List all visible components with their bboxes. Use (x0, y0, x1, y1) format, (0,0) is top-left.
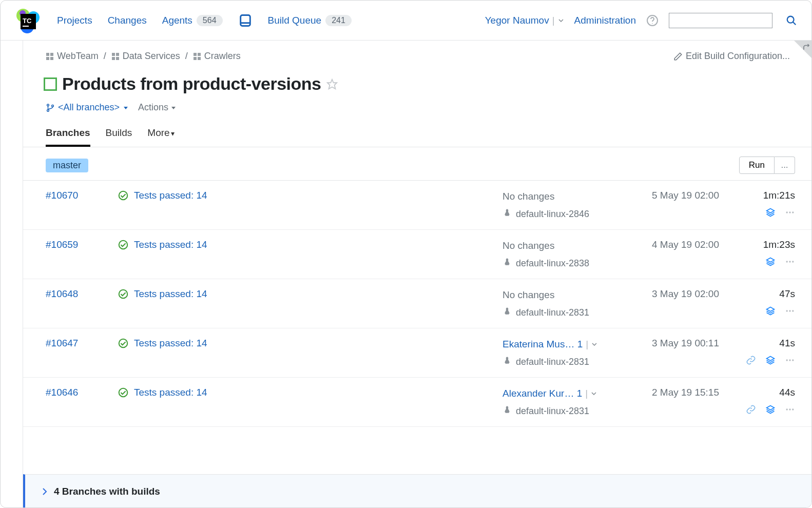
svg-rect-18 (116, 53, 119, 56)
svg-rect-20 (116, 57, 119, 60)
svg-point-35 (792, 211, 794, 213)
nav-build-queue[interactable]: Build Queue (268, 15, 322, 26)
svg-point-39 (789, 261, 790, 262)
svg-rect-15 (46, 57, 49, 60)
svg-marker-25 (327, 79, 336, 88)
svg-point-55 (792, 408, 794, 410)
success-check-icon (118, 338, 129, 349)
build-id-link[interactable]: #10670 (46, 190, 118, 201)
svg-point-28 (52, 105, 54, 107)
branch-selector[interactable]: <All branches> (46, 102, 129, 113)
agent-line[interactable]: default-linux-2831 (502, 356, 626, 368)
svg-rect-19 (112, 57, 115, 60)
build-id-link[interactable]: #10647 (46, 338, 118, 349)
more-dots-icon[interactable] (785, 404, 795, 415)
changes-text: No changes (502, 190, 626, 203)
changes-dropdown[interactable] (591, 339, 597, 350)
build-status-link[interactable]: Tests passed: 14 (134, 239, 207, 250)
changes-text[interactable]: Ekaterina Mus… 1| (502, 338, 626, 351)
breadcrumb-l3[interactable]: Crawlers (193, 51, 241, 62)
teamcity-logo[interactable]: TC (13, 6, 42, 35)
svg-marker-37 (767, 258, 775, 262)
svg-rect-14 (50, 53, 53, 56)
breadcrumb: WebTeam / Data Services / Crawlers (46, 51, 241, 62)
nav-administration[interactable]: Administration (574, 15, 636, 26)
build-duration: 47s (779, 288, 795, 300)
tab-more[interactable]: More▾ (147, 127, 174, 147)
svg-point-10 (652, 23, 653, 24)
build-status-link[interactable]: Tests passed: 14 (134, 288, 207, 300)
changes-text: No changes (502, 288, 626, 302)
user-name-label: Yegor Naumov (485, 15, 549, 26)
build-status-link[interactable]: Tests passed: 14 (134, 338, 207, 349)
agent-line[interactable]: default-linux-2831 (502, 405, 626, 417)
linux-icon (502, 258, 512, 269)
svg-point-48 (786, 359, 788, 361)
more-dots-icon[interactable] (785, 207, 795, 218)
tab-branches[interactable]: Branches (46, 127, 90, 147)
link-icon[interactable] (746, 404, 756, 415)
build-row: #10646 Tests passed: 14 Alexander Kur… 1… (23, 378, 812, 427)
user-dropdown[interactable]: Yegor Naumov | (485, 15, 564, 26)
svg-rect-24 (198, 57, 201, 60)
svg-point-33 (786, 211, 788, 213)
layers-icon[interactable] (765, 306, 776, 316)
breadcrumb-l2[interactable]: Data Services (111, 51, 180, 62)
breadcrumb-l1[interactable]: WebTeam (46, 51, 99, 62)
main-nav: Projects Changes Agents 564 Build Queue … (57, 13, 352, 28)
svg-point-34 (789, 211, 790, 213)
build-status-link[interactable]: Tests passed: 14 (134, 387, 207, 398)
changes-text[interactable]: Alexander Kur… 1| (502, 387, 626, 400)
svg-point-26 (47, 104, 49, 106)
nav-changes[interactable]: Changes (108, 15, 147, 26)
branch-pill[interactable]: master (46, 159, 88, 172)
agent-line[interactable]: default-linux-2846 (502, 208, 626, 220)
layers-icon[interactable] (765, 355, 776, 365)
more-dots-icon[interactable] (785, 355, 795, 365)
layers-icon[interactable] (765, 257, 776, 267)
branches-with-builds-expander[interactable]: 4 Branches with builds (23, 474, 812, 508)
svg-point-31 (119, 191, 128, 200)
svg-rect-21 (194, 53, 197, 56)
svg-point-51 (119, 388, 128, 397)
svg-marker-52 (767, 406, 775, 410)
run-button[interactable]: Run (739, 157, 775, 174)
nav-projects[interactable]: Projects (57, 15, 92, 26)
caret-down-icon (170, 105, 177, 111)
svg-point-44 (789, 310, 790, 311)
tab-builds[interactable]: Builds (106, 127, 132, 147)
link-icon[interactable] (746, 355, 756, 365)
layers-icon[interactable] (765, 404, 776, 415)
device-icon[interactable] (238, 13, 253, 28)
build-timestamp: 4 May 19 02:00 (626, 239, 728, 250)
build-status-link[interactable]: Tests passed: 14 (134, 190, 207, 201)
star-icon[interactable] (326, 79, 338, 90)
layers-icon[interactable] (765, 207, 776, 218)
changes-dropdown[interactable] (591, 388, 597, 399)
nav-agents[interactable]: Agents (162, 15, 192, 26)
help-icon[interactable] (646, 14, 659, 27)
svg-rect-22 (198, 53, 201, 56)
success-check-icon (118, 288, 129, 300)
linux-icon (502, 208, 512, 220)
edit-build-config[interactable]: Edit Build Configuration... (673, 51, 790, 62)
build-list: #10670 Tests passed: 14 No changes defau… (23, 181, 812, 427)
svg-point-41 (119, 290, 128, 299)
build-id-link[interactable]: #10646 (46, 387, 118, 398)
more-dots-icon[interactable] (785, 257, 795, 267)
build-id-link[interactable]: #10659 (46, 239, 118, 250)
build-id-link[interactable]: #10648 (46, 288, 118, 300)
build-timestamp: 2 May 19 15:15 (626, 387, 728, 398)
topbar: TC Projects Changes Agents 564 Build Que… (1, 1, 812, 41)
run-more-button[interactable]: ... (775, 157, 795, 174)
search-input[interactable] (669, 15, 772, 26)
svg-point-45 (792, 310, 794, 311)
agent-line[interactable]: default-linux-2838 (502, 258, 626, 269)
svg-point-11 (787, 16, 794, 23)
svg-point-36 (119, 241, 128, 249)
agent-line[interactable]: default-linux-2831 (502, 307, 626, 319)
actions-dropdown[interactable]: Actions (138, 102, 177, 113)
svg-marker-29 (124, 107, 128, 109)
more-dots-icon[interactable] (785, 306, 795, 316)
search-icon[interactable] (786, 15, 797, 26)
